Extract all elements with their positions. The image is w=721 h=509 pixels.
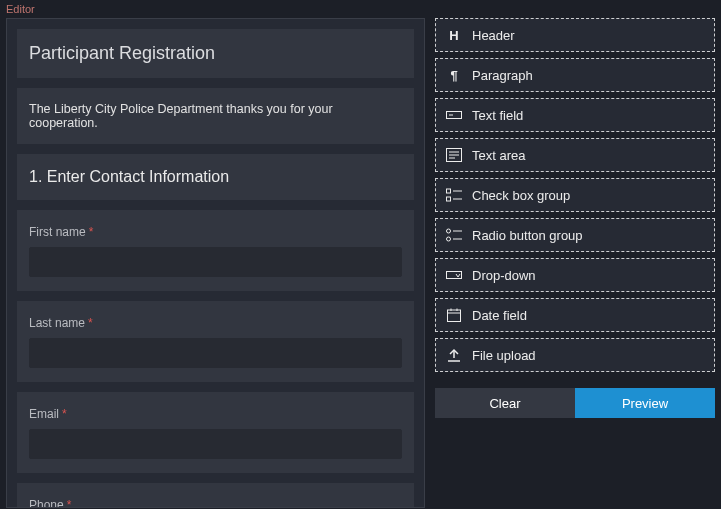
svg-rect-0 <box>447 112 462 119</box>
field-label: Phone* <box>29 498 71 508</box>
field-label: Email* <box>29 407 67 421</box>
email-input[interactable] <box>29 429 402 459</box>
preview-button[interactable]: Preview <box>575 388 715 418</box>
form-section-header-block[interactable]: 1. Enter Contact Information <box>17 154 414 200</box>
form-canvas[interactable]: Participant Registration The Liberty Cit… <box>6 18 425 508</box>
component-palette: H Header ¶ Paragraph Text field Text are… <box>435 18 715 508</box>
checkbox-icon <box>446 187 462 203</box>
last-name-input[interactable] <box>29 338 402 368</box>
svg-rect-8 <box>447 197 451 201</box>
upload-icon <box>446 347 462 363</box>
radio-icon <box>446 227 462 243</box>
palette-checkbox-group[interactable]: Check box group <box>435 178 715 212</box>
required-marker: * <box>89 225 94 239</box>
dropdown-icon <box>446 267 462 283</box>
paragraph-icon: ¶ <box>446 67 462 83</box>
palette-text-area[interactable]: Text area <box>435 138 715 172</box>
form-description: The Liberty City Police Department thank… <box>29 102 402 130</box>
palette-label: Drop-down <box>472 268 536 283</box>
svg-point-12 <box>447 237 451 241</box>
field-email[interactable]: Email* <box>17 392 414 473</box>
header-icon: H <box>446 27 462 43</box>
form-title-block[interactable]: Participant Registration <box>17 29 414 78</box>
palette-label: Radio button group <box>472 228 583 243</box>
editor-layout: Participant Registration The Liberty Cit… <box>0 18 721 509</box>
required-marker: * <box>67 498 72 508</box>
action-buttons: Clear Preview <box>435 388 715 418</box>
palette-label: Paragraph <box>472 68 533 83</box>
palette-file-upload[interactable]: File upload <box>435 338 715 372</box>
form-description-block[interactable]: The Liberty City Police Department thank… <box>17 88 414 144</box>
required-marker: * <box>62 407 67 421</box>
clear-button[interactable]: Clear <box>435 388 575 418</box>
palette-label: Date field <box>472 308 527 323</box>
field-label: Last name* <box>29 316 93 330</box>
palette-label: Header <box>472 28 515 43</box>
field-label: First name* <box>29 225 93 239</box>
palette-dropdown[interactable]: Drop-down <box>435 258 715 292</box>
editor-label: Editor <box>0 0 721 18</box>
form-section-header: 1. Enter Contact Information <box>29 168 402 186</box>
textarea-icon <box>446 147 462 163</box>
palette-header[interactable]: H Header <box>435 18 715 52</box>
svg-rect-6 <box>447 189 451 193</box>
palette-label: Text field <box>472 108 523 123</box>
palette-radio-group[interactable]: Radio button group <box>435 218 715 252</box>
required-marker: * <box>88 316 93 330</box>
field-phone[interactable]: Phone* <box>17 483 414 508</box>
palette-text-field[interactable]: Text field <box>435 98 715 132</box>
palette-label: Check box group <box>472 188 570 203</box>
palette-paragraph[interactable]: ¶ Paragraph <box>435 58 715 92</box>
svg-point-10 <box>447 229 451 233</box>
field-last-name[interactable]: Last name* <box>17 301 414 382</box>
palette-label: Text area <box>472 148 525 163</box>
textfield-icon <box>446 107 462 123</box>
first-name-input[interactable] <box>29 247 402 277</box>
palette-label: File upload <box>472 348 536 363</box>
palette-date-field[interactable]: Date field <box>435 298 715 332</box>
field-first-name[interactable]: First name* <box>17 210 414 291</box>
svg-rect-15 <box>448 310 461 322</box>
date-icon <box>446 307 462 323</box>
form-title: Participant Registration <box>29 43 402 64</box>
